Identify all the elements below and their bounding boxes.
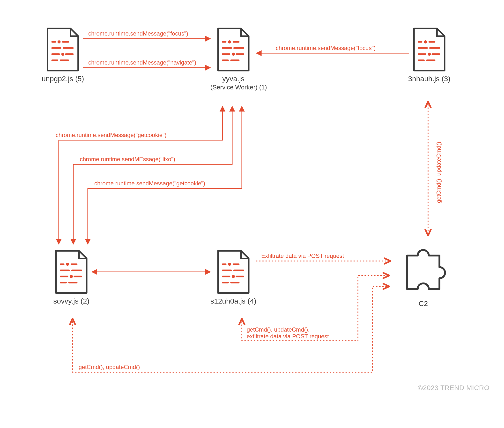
edge-label-sovvy-c2-cmds: getCmd(), updateCmd() [79, 364, 140, 370]
edge-label-unpgp2-yyva-focus: chrome.runtime.sendMessage("focus") [88, 30, 188, 37]
edge-label-sovvy-yyva-lixo: chrome.runtime.sendMEssage("lixo") [80, 156, 175, 163]
node-unpgp2: unpgp2.js (5) [40, 27, 86, 83]
svg-point-42 [71, 276, 72, 277]
file-icon [52, 249, 91, 295]
svg-point-7 [58, 41, 60, 42]
file-icon [214, 27, 253, 73]
node-label: unpgp2.js (5) [40, 74, 86, 83]
edge-label-sovvy-yyva-getcookie1: chrome.runtime.sendMessage("getcookie") [56, 132, 167, 139]
node-label: sovvy.js (2) [48, 296, 94, 306]
svg-point-22 [233, 53, 234, 55]
file-icon [410, 27, 449, 73]
edge-label-3nhauh-yyva-focus: chrome.runtime.sendMessage("focus") [276, 45, 376, 51]
svg-point-27 [425, 41, 426, 42]
node-label: s12uh0a.js (4) [210, 296, 256, 306]
node-label-main: yyva.js [222, 75, 244, 83]
edge-label-s12uh0a-c2-exfil: Exfiltrate data via POST request [261, 253, 344, 259]
puzzle-icon [395, 242, 451, 297]
node-c2: C2 [392, 242, 455, 308]
node-label: C2 [392, 299, 455, 308]
svg-point-37 [67, 263, 68, 265]
node-sovvy: sovvy.js (2) [48, 249, 94, 306]
edge-label-s12uh0a-c2-cmds: getCmd(), updateCmd(), exfiltrate data v… [247, 326, 329, 340]
svg-point-52 [233, 276, 234, 277]
node-label: 3nhauh.js (3) [406, 74, 452, 83]
node-label-sub: (Service Worker) (1) [210, 83, 256, 92]
node-label: yyva.js (Service Worker) (1) [210, 74, 256, 92]
edge-label-sovvy-yyva-getcookie2: chrome.runtime.sendMessage("getcookie") [94, 180, 205, 187]
node-3nhauh: 3nhauh.js (3) [406, 27, 452, 83]
node-yyva: yyva.js (Service Worker) (1) [210, 27, 256, 92]
file-icon [214, 249, 253, 295]
node-s12uh0a: s12uh0a.js (4) [210, 249, 256, 306]
svg-point-32 [428, 53, 430, 55]
svg-point-17 [229, 41, 230, 42]
edge-label-3nhauh-c2-cmds: getCmd(), updateCmd() [435, 142, 442, 203]
svg-point-12 [62, 53, 64, 55]
file-icon [43, 27, 82, 73]
edge-label-unpgp2-yyva-navigate: chrome.runtime.sendMessage("navigate") [88, 59, 196, 66]
copyright-text: ©2023 TREND MICRO [418, 384, 489, 392]
svg-point-47 [229, 263, 230, 265]
